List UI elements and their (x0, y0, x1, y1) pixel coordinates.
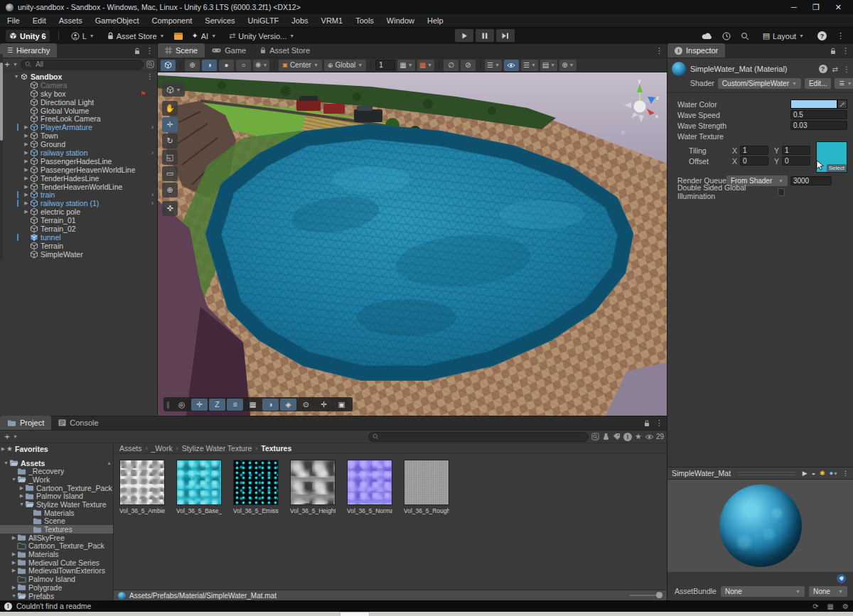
shaded-mode-button[interactable] (161, 60, 176, 71)
search-filter-icon[interactable] (591, 433, 599, 441)
help-icon[interactable]: ? (819, 65, 827, 73)
expand-arrow[interactable]: ▶ (11, 560, 17, 566)
version-control-dropdown[interactable]: ⇄ Unity Versio...▼ (225, 30, 298, 42)
project-tree-item-materials[interactable]: Materials (0, 509, 113, 517)
asset-label-icon[interactable] (837, 574, 846, 583)
wave-strength-field[interactable] (790, 121, 847, 130)
label-filter-icon[interactable] (613, 433, 621, 441)
favorites-filter-icon[interactable]: ★ (635, 432, 642, 441)
view-orbit-tool[interactable]: ◎ (173, 399, 190, 411)
twod-toggle-button[interactable]: ⊕ (185, 60, 200, 71)
hierarchy-item-row[interactable]: Terrain (0, 242, 157, 250)
project-tree-item-_recovery[interactable]: _Recovery (0, 467, 113, 475)
magnifier-tool[interactable]: ⊙ (298, 399, 314, 411)
create-asset-button[interactable]: ＋▼ (3, 431, 18, 443)
project-search-input[interactable] (382, 432, 584, 441)
tab-scene[interactable]: Scene (158, 43, 205, 58)
project-tree-item-polygrade[interactable]: ▶Polygrade (0, 583, 113, 592)
maximize-button[interactable]: ❐ (812, 3, 820, 12)
asset-tile-roughness[interactable]: Vol_36_5_Roughne... (404, 460, 449, 514)
expand-arrow[interactable]: ▶ (23, 158, 30, 164)
menu-tools[interactable]: Tools (355, 16, 374, 25)
grid-size-field[interactable]: 1 (375, 60, 395, 70)
rect-tool[interactable]: ▭ (162, 166, 178, 181)
expand-arrow[interactable]: ▶ (23, 150, 30, 156)
preview-shape-icon[interactable]: ●▼ (830, 470, 838, 477)
expand-arrow[interactable]: ▶ (23, 124, 30, 130)
hierarchy-item-row[interactable]: tunnel (0, 233, 157, 242)
tab-game[interactable]: Game (205, 43, 253, 58)
expand-arrow[interactable]: ▶ (23, 200, 30, 206)
kebab-icon[interactable]: ⋮ (837, 31, 844, 40)
expand-arrow[interactable]: ▼ (13, 74, 20, 79)
kebab-icon[interactable]: ⋮ (655, 46, 663, 55)
shader-edit-button[interactable]: Edit... (805, 78, 832, 89)
camera-easing-button[interactable]: ∅ (444, 60, 458, 71)
audio-toggle-button[interactable]: ● (219, 60, 234, 71)
tab-asset-store[interactable]: Asset Store (253, 43, 317, 58)
tab-inspector[interactable]: i Inspector (667, 43, 725, 58)
hierarchy-item-row[interactable]: ▶railway station› (0, 148, 157, 157)
expand-arrow[interactable]: ▼ (18, 502, 25, 507)
project-tree-item-materials[interactable]: ▶Materials (0, 550, 113, 558)
grid-icon[interactable]: ▦ (827, 603, 834, 610)
used-by-icon[interactable]: ! (623, 433, 632, 441)
menu-file[interactable]: File (7, 16, 20, 25)
camera-capture-tool[interactable]: ▣ (333, 399, 350, 411)
mic-mute-button[interactable]: ⊘ (461, 60, 476, 71)
project-tree-item-prefabs[interactable]: ▼Prefabs (0, 592, 113, 600)
preview-header[interactable]: SimpleWater_Mat ▶ ◒ ✱ ●▼ ⋮ (667, 468, 853, 480)
hierarchy-scrollbar[interactable] (0, 54, 3, 260)
move-overlay-tool[interactable]: ✛ (191, 399, 208, 411)
snap-increment-dropdown[interactable]: ▦▼ (417, 60, 434, 71)
render-queue-field[interactable] (790, 176, 832, 185)
tab-hierarchy[interactable]: ☰ Hierarchy (0, 43, 57, 58)
unity-version-badge[interactable]: Unity 6 (6, 30, 50, 42)
transform-tool[interactable]: ⊕ (162, 183, 178, 198)
expand-arrow[interactable]: ▼ (11, 593, 17, 598)
menu-jobs[interactable]: Jobs (291, 16, 308, 25)
custom-tool[interactable]: ✜ (162, 201, 178, 216)
minimize-button[interactable]: ─ (791, 3, 797, 12)
layers-dropdown[interactable]: ☰▼ (485, 60, 502, 71)
scene-viewport[interactable]: ≡ (158, 72, 667, 416)
kebab-icon[interactable]: ⋮ (146, 46, 154, 55)
preview-color-icon[interactable]: ✱ (820, 470, 825, 477)
overlay-menu-button[interactable]: ▼ (162, 82, 185, 97)
expand-arrow[interactable]: ▶ (18, 493, 25, 499)
add-gameobject-button[interactable]: ＋▼ (3, 58, 18, 70)
menu-window[interactable]: Window (387, 16, 414, 25)
offset-y-field[interactable] (782, 156, 810, 166)
cloud-icon[interactable] (702, 33, 712, 40)
hierarchy-item-row[interactable]: ▶Town (0, 131, 157, 140)
tiling-x-field[interactable] (740, 146, 768, 155)
asset-tile-emissive[interactable]: Vol_36_5_Emissive (233, 460, 279, 514)
ai-dropdown[interactable]: ✦ AI▼ (188, 30, 220, 42)
project-tree-item-textures[interactable]: Textures (0, 525, 113, 534)
lock-icon[interactable] (644, 420, 650, 427)
tab-console[interactable]: Console (51, 416, 105, 430)
hierarchy-item-row[interactable]: ▶railway station (1)› (0, 199, 157, 207)
kebab-icon[interactable]: ⋮ (842, 470, 849, 477)
hierarchy-item-row[interactable]: ▶electric pole (0, 207, 157, 216)
menu-assets[interactable]: Assets (59, 16, 82, 25)
expand-arrow[interactable]: ▶ (23, 175, 30, 181)
pause-button[interactable] (476, 29, 494, 42)
hierarchy-scene-row[interactable]: ▼Sandbox⋮ (0, 72, 157, 81)
expand-arrow[interactable]: ▶ (18, 485, 25, 491)
asset-tile-height[interactable]: Vol_36_5_Height (290, 460, 336, 514)
project-tree-item-allskyfree[interactable]: ▶AllSkyFree (0, 534, 113, 542)
assetbundle-dropdown[interactable]: None▼ (721, 586, 805, 597)
expand-arrow[interactable]: ▼ (3, 460, 9, 465)
move-tool[interactable]: ✛ (162, 117, 178, 132)
hierarchy-item-row[interactable]: SimpleWater (0, 250, 157, 259)
eyedropper-icon[interactable] (837, 99, 847, 109)
preview-viewport[interactable] (667, 480, 853, 572)
expand-arrow[interactable]: ▶ (23, 184, 30, 190)
project-tree-item-stylize-water-texture[interactable]: ▼Stylize Water Texture (0, 500, 113, 509)
history-icon[interactable] (722, 32, 731, 40)
project-tree-item-cartoon_texture_pack[interactable]: Cartoon_Texture_Pack (0, 542, 113, 551)
thumbnail-zoom-slider[interactable] (630, 595, 662, 596)
rotate-tool[interactable]: ↻ (162, 134, 178, 148)
effects-toggle-button[interactable]: ○ (236, 60, 251, 71)
